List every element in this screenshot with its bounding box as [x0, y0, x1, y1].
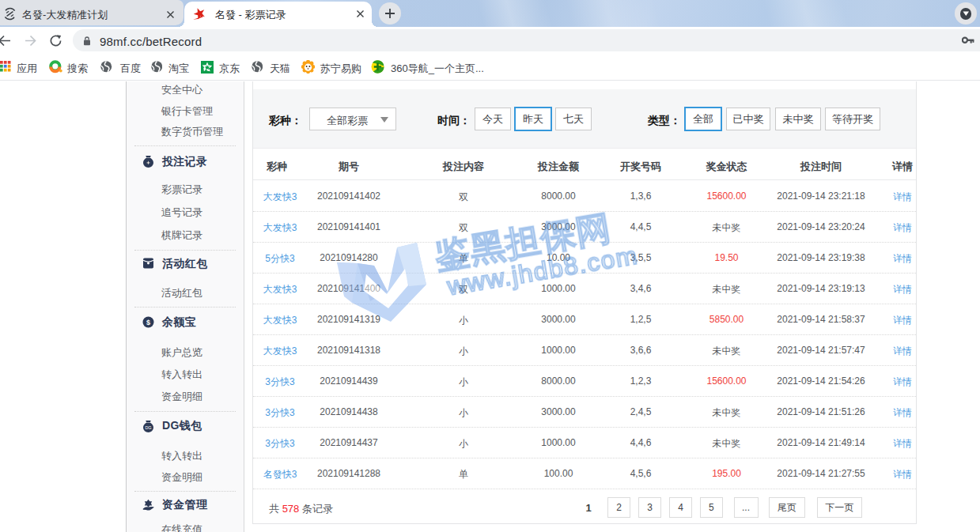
svg-text:$: $	[146, 319, 150, 326]
svg-text:DG: DG	[145, 425, 151, 430]
